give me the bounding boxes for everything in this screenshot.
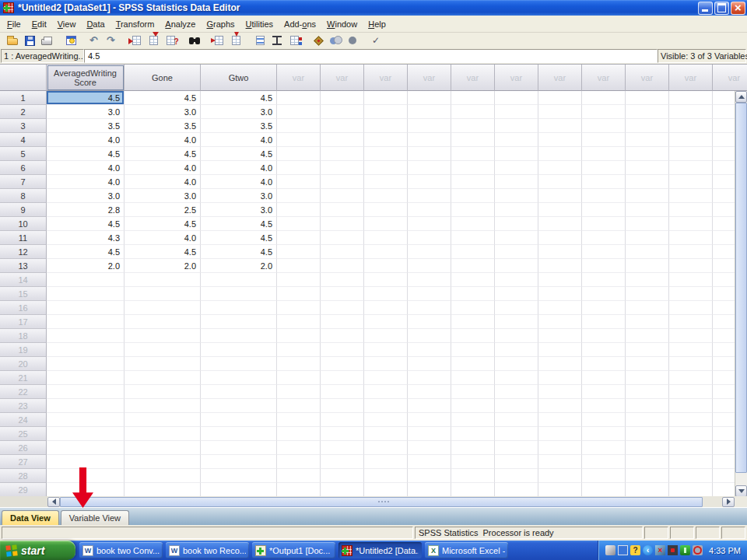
- empty-cell[interactable]: [713, 343, 735, 357]
- empty-cell[interactable]: [538, 189, 582, 203]
- empty-cell[interactable]: [451, 161, 495, 175]
- empty-cell[interactable]: [201, 343, 277, 357]
- empty-cell[interactable]: [321, 413, 364, 427]
- empty-cell[interactable]: [321, 161, 364, 175]
- empty-cell[interactable]: [364, 329, 408, 343]
- empty-cell[interactable]: [495, 315, 538, 329]
- row-header[interactable]: 1: [0, 91, 47, 105]
- empty-cell[interactable]: [582, 133, 626, 147]
- empty-cell[interactable]: [495, 105, 538, 119]
- empty-cell[interactable]: [408, 203, 451, 217]
- empty-cell[interactable]: [495, 483, 538, 497]
- empty-cell[interactable]: [408, 287, 451, 301]
- empty-cell[interactable]: [495, 203, 538, 217]
- data-cell[interactable]: 4.5: [124, 91, 201, 105]
- empty-cell[interactable]: [451, 469, 495, 483]
- empty-cell[interactable]: [277, 203, 321, 217]
- empty-cell[interactable]: [713, 245, 735, 259]
- empty-cell[interactable]: [47, 357, 124, 371]
- empty-cell[interactable]: [713, 133, 735, 147]
- empty-cell[interactable]: [364, 161, 408, 175]
- empty-cell[interactable]: [495, 245, 538, 259]
- empty-cell[interactable]: [408, 105, 451, 119]
- redo-button[interactable]: [103, 33, 121, 47]
- scroll-left-button[interactable]: [47, 497, 60, 507]
- empty-cell[interactable]: [124, 385, 201, 399]
- empty-cell[interactable]: [538, 203, 582, 217]
- data-cell[interactable]: 2.0: [47, 259, 124, 273]
- menu-transform[interactable]: Transform: [110, 17, 160, 31]
- empty-cell[interactable]: [124, 399, 201, 413]
- empty-cell[interactable]: [321, 133, 364, 147]
- empty-cell[interactable]: [582, 259, 626, 273]
- scroll-up-button[interactable]: [735, 91, 747, 103]
- weight-cases-button[interactable]: [268, 33, 286, 47]
- empty-cell[interactable]: [713, 119, 735, 133]
- empty-cell[interactable]: [451, 287, 495, 301]
- empty-cell[interactable]: [364, 441, 408, 455]
- empty-cell[interactable]: [713, 385, 735, 399]
- empty-cell[interactable]: [713, 413, 735, 427]
- empty-cell[interactable]: [538, 259, 582, 273]
- data-cell[interactable]: 3.0: [47, 189, 124, 203]
- empty-cell[interactable]: [669, 315, 713, 329]
- empty-cell[interactable]: [669, 455, 713, 469]
- empty-cell[interactable]: [713, 91, 735, 105]
- data-cell[interactable]: 4.5: [124, 217, 201, 231]
- empty-cell[interactable]: [321, 245, 364, 259]
- empty-cell[interactable]: [47, 455, 124, 469]
- empty-cell[interactable]: [582, 371, 626, 385]
- empty-cell[interactable]: [47, 273, 124, 287]
- empty-cell[interactable]: [321, 441, 364, 455]
- empty-cell[interactable]: [626, 483, 669, 497]
- empty-cell[interactable]: [495, 133, 538, 147]
- empty-cell[interactable]: [277, 343, 321, 357]
- empty-cell[interactable]: [669, 469, 713, 483]
- empty-cell[interactable]: [364, 413, 408, 427]
- empty-cell[interactable]: [582, 231, 626, 245]
- empty-cell[interactable]: [538, 315, 582, 329]
- empty-cell[interactable]: [626, 301, 669, 315]
- column-header-var[interactable]: var: [538, 65, 582, 91]
- empty-cell[interactable]: [321, 301, 364, 315]
- empty-cell[interactable]: [201, 427, 277, 441]
- open-file-button[interactable]: [4, 33, 21, 47]
- column-header-var[interactable]: var: [582, 65, 626, 91]
- empty-cell[interactable]: [713, 315, 735, 329]
- row-header[interactable]: 18: [0, 329, 47, 343]
- empty-cell[interactable]: [582, 161, 626, 175]
- empty-cell[interactable]: [451, 259, 495, 273]
- empty-cell[interactable]: [495, 343, 538, 357]
- empty-cell[interactable]: [713, 161, 735, 175]
- empty-cell[interactable]: [408, 175, 451, 189]
- empty-cell[interactable]: [321, 231, 364, 245]
- empty-cell[interactable]: [201, 399, 277, 413]
- empty-cell[interactable]: [277, 427, 321, 441]
- empty-cell[interactable]: [669, 385, 713, 399]
- empty-cell[interactable]: [626, 273, 669, 287]
- empty-cell[interactable]: [669, 427, 713, 441]
- data-cell[interactable]: 3.0: [201, 203, 277, 217]
- empty-cell[interactable]: [582, 91, 626, 105]
- empty-cell[interactable]: [364, 273, 408, 287]
- empty-cell[interactable]: [124, 441, 201, 455]
- empty-cell[interactable]: [408, 329, 451, 343]
- empty-cell[interactable]: [582, 483, 626, 497]
- empty-cell[interactable]: [495, 385, 538, 399]
- row-header[interactable]: 7: [0, 175, 47, 189]
- row-header[interactable]: 25: [0, 427, 47, 441]
- empty-cell[interactable]: [277, 483, 321, 497]
- empty-cell[interactable]: [321, 357, 364, 371]
- empty-cell[interactable]: [538, 329, 582, 343]
- empty-cell[interactable]: [321, 203, 364, 217]
- empty-cell[interactable]: [451, 427, 495, 441]
- empty-cell[interactable]: [277, 231, 321, 245]
- empty-cell[interactable]: [582, 455, 626, 469]
- data-cell[interactable]: 4.5: [201, 231, 277, 245]
- empty-cell[interactable]: [124, 483, 201, 497]
- empty-cell[interactable]: [538, 91, 582, 105]
- empty-cell[interactable]: [713, 259, 735, 273]
- empty-cell[interactable]: [124, 371, 201, 385]
- empty-cell[interactable]: [451, 399, 495, 413]
- empty-cell[interactable]: [669, 301, 713, 315]
